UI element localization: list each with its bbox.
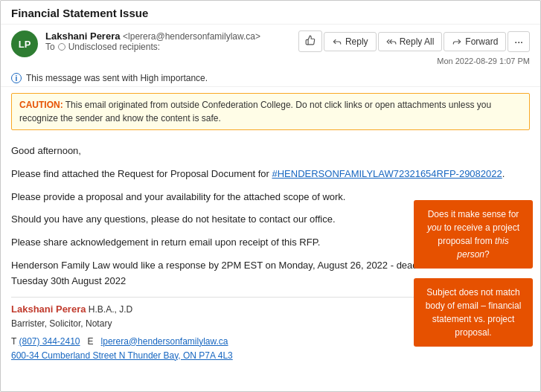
sig-phone-link[interactable]: (807) 344-2410 [19,336,80,347]
action-bar: Reply Reply All Forward ··· [298,30,530,52]
callout-2: Subject does not match body of email – f… [414,278,533,347]
sender-name-row: Lakshani Perera <lperera@hendersonfamily… [45,30,291,42]
reply-button[interactable]: Reply [324,32,377,51]
sig-name: Lakshani Perera [11,303,86,315]
body-line1: Please find attached the Request for Pro… [11,167,530,182]
reply-all-button[interactable]: Reply All [378,32,443,51]
sender-email: <lperera@hendersonfamilylaw.ca> [123,31,260,42]
info-icon: i [11,73,22,83]
avatar: LP [11,30,38,57]
email-subject: Financial Statement Issue [1,1,540,25]
sig-address-link[interactable]: 600-34 Cumberland Street N Thunder Bay, … [11,350,233,361]
body-greeting: Good afternoon, [11,144,530,159]
sig-email-link[interactable]: lperera@hendersonfamilylaw.ca [101,336,228,347]
sender-to-row: To Undisclosed recipients: [45,42,291,52]
caution-label: CAUTION: [19,100,63,110]
forward-button[interactable]: Forward [444,32,506,51]
importance-bar: i This message was sent with High import… [1,70,540,87]
callout1-italic1: you [427,222,441,233]
sig-credentials: H.B.A., J.D [86,304,132,315]
callout-1: Does it make sense for you to receive a … [414,200,533,269]
more-button[interactable]: ··· [508,31,530,52]
sender-name: Lakshani Perera [45,30,120,42]
action-date-col: Reply Reply All Forward ··· Mon 2022-08-… [298,30,530,65]
undisclosed-icon [58,43,65,51]
sender-info: Lakshani Perera <lperera@hendersonfamily… [45,30,291,52]
email-container: Financial Statement Issue LP Lakshani Pe… [0,0,541,392]
rfp-link[interactable]: #HENDERSONFAMILYLAW72321654RFP-29082022 [272,168,502,179]
sender-section: LP Lakshani Perera <lperera@hendersonfam… [1,25,540,70]
email-date: Mon 2022-08-29 1:07 PM [437,55,530,65]
sig-address: 600-34 Cumberland Street N Thunder Bay, … [11,349,530,363]
caution-banner: CAUTION: This email originated from outs… [11,93,530,130]
like-button[interactable] [298,30,322,52]
